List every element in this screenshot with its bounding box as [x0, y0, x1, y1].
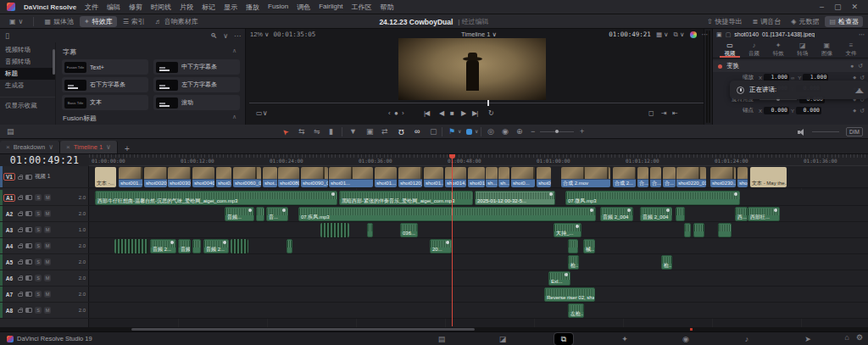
track-header-A3[interactable]: A3SM1.0: [0, 222, 89, 238]
auto-select-icon[interactable]: [25, 175, 32, 180]
auto-select-icon[interactable]: [25, 308, 32, 313]
lock-icon[interactable]: [18, 309, 23, 313]
fade-handle[interactable]: [170, 241, 174, 244]
timeline-clip[interactable]: 枪...: [661, 255, 672, 270]
zoom-out-icon[interactable]: −: [531, 127, 535, 136]
window-maximize-button[interactable]: ▢: [834, 3, 842, 11]
split-view-icon[interactable]: ⧉ ∨: [674, 31, 685, 39]
out-point-icon[interactable]: ⇤: [672, 109, 677, 117]
value-x[interactable]: 0.000: [764, 107, 789, 114]
marker-icon[interactable]: [466, 129, 472, 135]
timeline-clip[interactable]: 黑暗西部-紧张的伴奏音乐_爱给网_aigei_com.mp3: [339, 191, 473, 205]
timeline-clip[interactable]: 械...: [583, 239, 595, 253]
close-tab-icon[interactable]: ×: [66, 143, 70, 151]
menu-item-编辑[interactable]: 编辑: [107, 3, 120, 12]
timeline-view-options-icon[interactable]: ▤: [7, 127, 14, 136]
mute-button[interactable]: M: [44, 194, 51, 201]
flag-dropdown-icon[interactable]: ∨: [458, 127, 461, 136]
mute-button[interactable]: M: [44, 259, 51, 265]
track-header-A5[interactable]: A5SM2.0: [0, 254, 89, 270]
timeline-clip[interactable]: [367, 223, 373, 237]
mute-button[interactable]: M: [44, 210, 51, 217]
page-edit[interactable]: ⧉: [554, 333, 573, 345]
timeline-clip[interactable]: 07.疾风.mp3: [298, 207, 596, 221]
lock-icon[interactable]: [18, 245, 23, 248]
inspector-tab-视频[interactable]: ▭视频: [720, 40, 740, 58]
effect-item[interactable]: Fusion TitleText+: [62, 59, 148, 75]
play-reverse-button[interactable]: ◀: [439, 109, 443, 117]
timeline-clip[interactable]: shot01...: [375, 167, 397, 187]
page-fusion[interactable]: ✦: [615, 333, 634, 345]
match-frame-icon[interactable]: ◻: [648, 109, 654, 117]
page-cut[interactable]: ◪: [493, 333, 512, 345]
timeline-clip[interactable]: [676, 207, 685, 221]
track-lane-A3[interactable]: 036...大持_...: [89, 222, 868, 238]
timeline-clip[interactable]: 大持_...: [554, 223, 581, 237]
timeline-clip[interactable]: shot0060_01.[0...: [233, 167, 261, 187]
fade-handle[interactable]: [576, 225, 579, 228]
insert-clip-icon[interactable]: ▼: [349, 127, 357, 136]
volume-slider[interactable]: [812, 131, 839, 132]
timeline-clip[interactable]: 音...: [266, 207, 288, 221]
fade-handle[interactable]: [282, 209, 286, 212]
索引-button[interactable]: ☰索引: [119, 16, 149, 27]
menu-item-工作区[interactable]: 工作区: [352, 3, 372, 12]
timeline-clip[interactable]: [320, 223, 349, 237]
viewer-canvas[interactable]: [398, 38, 546, 100]
timeline-clip[interactable]: shot001...: [119, 167, 142, 187]
effect-item[interactable]: 左下方字幕条: [153, 77, 240, 92]
trim-edit-mode-icon[interactable]: ⇆: [298, 127, 305, 136]
timeline-clip[interactable]: sh...: [498, 167, 509, 187]
effect-item[interactable]: 右下方字幕条: [62, 77, 148, 92]
timeline-mode-icon[interactable]: ▢: [726, 31, 732, 38]
add-timeline-tab-button[interactable]: +: [118, 144, 136, 153]
keyframe-icon[interactable]: ◆: [853, 108, 856, 114]
timeline-clip[interactable]: 合成 2.mov: [561, 167, 610, 187]
menu-item-显示[interactable]: 显示: [224, 3, 237, 12]
timeline-clip[interactable]: shot01...: [329, 167, 373, 187]
fade-handle[interactable]: [331, 192, 335, 196]
solo-button[interactable]: S: [35, 275, 42, 281]
stop-button[interactable]: ■: [450, 109, 453, 117]
timeline-clip[interactable]: shot0230...: [710, 167, 736, 187]
lock-icon[interactable]: [18, 229, 23, 232]
timeline-clip[interactable]: shot0080_...: [278, 167, 299, 187]
lock-icon[interactable]: [18, 197, 23, 200]
selection-tool-icon[interactable]: ➤: [280, 126, 291, 137]
track-header-A6[interactable]: A6SM2.0: [0, 270, 89, 287]
first-frame-button[interactable]: |◀: [424, 109, 429, 117]
track-id-A7[interactable]: A7: [3, 292, 15, 298]
track-header-A1[interactable]: A1SM2.0: [0, 190, 89, 206]
track-id-A4[interactable]: A4: [3, 243, 15, 249]
effect-item[interactable]: 滚动: [153, 95, 240, 110]
zoom-slider[interactable]: [540, 131, 574, 132]
lock-icon[interactable]: [18, 176, 23, 180]
menu-item-播放[interactable]: 播放: [246, 3, 259, 12]
value-y[interactable]: 0.000: [796, 107, 821, 114]
timeline-clip[interactable]: 合...: [663, 167, 676, 187]
close-tab-icon[interactable]: ×: [6, 143, 10, 151]
effect-item[interactable]: 中下方字幕条: [153, 59, 240, 75]
track-id-V1[interactable]: V1: [3, 173, 15, 181]
timeline-clip[interactable]: shot0120_...: [398, 167, 422, 187]
overwrite-clip-icon[interactable]: ▣: [366, 127, 374, 136]
playhead[interactable]: [452, 154, 453, 326]
timeline-clip[interactable]: 文本 -...: [95, 167, 116, 187]
reset-icon[interactable]: ↺: [858, 63, 863, 70]
panel-toggle-icon[interactable]: ▯: [5, 31, 9, 40]
fade-handle[interactable]: [565, 273, 568, 276]
sidebar-item-标题[interactable]: 标题: [0, 68, 55, 80]
元数据-button[interactable]: ◈元数据: [787, 16, 823, 27]
lock-icon[interactable]: [18, 213, 23, 216]
timeline-clip[interactable]: [256, 207, 264, 221]
track-lane-A5[interactable]: 枪...枪...: [89, 254, 868, 270]
fade-handle[interactable]: [774, 209, 777, 212]
track-lane-A4[interactable]: 音频 2...音频...音频 2...20...械...: [89, 238, 868, 254]
mute-button[interactable]: M: [44, 307, 51, 314]
solo-button[interactable]: S: [35, 291, 42, 298]
timeline-clip[interactable]: 2025-01-12 00-32-5...: [475, 191, 555, 205]
auto-select-icon[interactable]: [25, 292, 32, 297]
timeline-clip[interactable]: [192, 239, 201, 253]
timeline-clip[interactable]: 枪...: [568, 255, 579, 270]
menu-item-标记[interactable]: 标记: [202, 3, 215, 12]
